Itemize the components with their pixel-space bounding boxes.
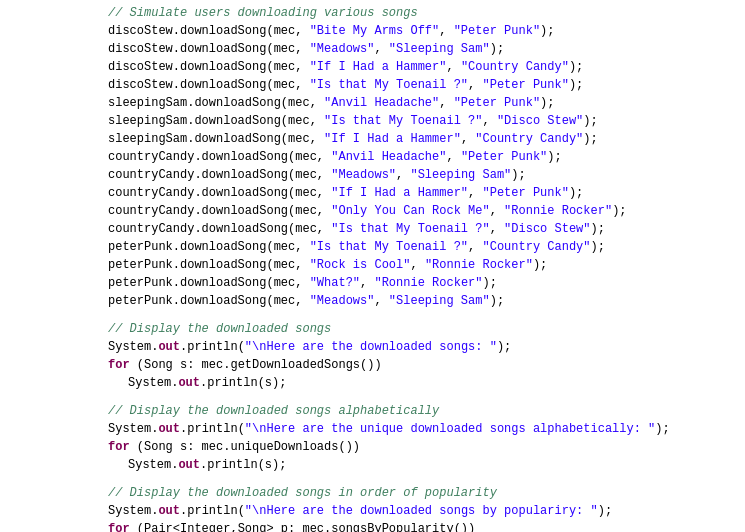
code-line: // Display the downloaded songs in order…: [0, 484, 745, 502]
code-token: discoStew.downloadSong(mec,: [108, 60, 310, 74]
code-token: "If I Had a Hammer": [324, 132, 461, 146]
code-editor: // Simulate users downloading various so…: [0, 0, 745, 532]
code-token: "Sleeping Sam": [389, 294, 490, 308]
code-token: System.: [128, 458, 178, 472]
code-token: "Disco Stew": [504, 222, 590, 236]
code-token: );: [569, 186, 583, 200]
code-line: for (Song s: mec.getDownloadedSongs()): [0, 356, 745, 374]
code-token: "Peter Punk": [482, 186, 568, 200]
code-token: out: [178, 376, 200, 390]
code-token: "Sleeping Sam": [389, 42, 490, 56]
code-token: discoStew.downloadSong(mec,: [108, 24, 310, 38]
code-token: "Anvil Headache": [324, 96, 439, 110]
code-line: discoStew.downloadSong(mec, "Is that My …: [0, 76, 745, 94]
code-line: sleepingSam.downloadSong(mec, "Is that M…: [0, 112, 745, 130]
code-token: System.: [108, 422, 158, 436]
code-token: );: [490, 294, 504, 308]
code-token: );: [612, 204, 626, 218]
code-token: System.: [128, 376, 178, 390]
code-line: sleepingSam.downloadSong(mec, "Anvil Hea…: [0, 94, 745, 112]
comment-text: // Display the downloaded songs alphabet…: [108, 404, 439, 418]
code-token: ,: [439, 24, 453, 38]
code-token: );: [511, 168, 525, 182]
code-token: "What?": [310, 276, 360, 290]
code-token: ,: [396, 168, 410, 182]
code-token: ,: [482, 114, 496, 128]
code-token: peterPunk.downloadSong(mec,: [108, 240, 310, 254]
code-token: .println(: [180, 504, 245, 518]
code-token: );: [547, 150, 561, 164]
code-token: ,: [374, 294, 388, 308]
code-line: peterPunk.downloadSong(mec, "What?", "Ro…: [0, 274, 745, 292]
code-token: ,: [468, 78, 482, 92]
code-token: ,: [468, 240, 482, 254]
code-token: ,: [446, 150, 460, 164]
code-line: countryCandy.downloadSong(mec, "If I Had…: [0, 184, 745, 202]
code-token: ,: [468, 186, 482, 200]
code-token: peterPunk.downloadSong(mec,: [108, 258, 310, 272]
blank-line: [0, 474, 745, 484]
code-token: "Ronnie Rocker": [425, 258, 533, 272]
code-token: .println(s);: [200, 376, 286, 390]
code-token: "\nHere are the downloaded songs: ": [245, 340, 497, 354]
code-token: (Song s: mec.getDownloadedSongs()): [130, 358, 382, 372]
code-token: ,: [461, 132, 475, 146]
code-line: sleepingSam.downloadSong(mec, "If I Had …: [0, 130, 745, 148]
code-line: System.out.println(s);: [0, 374, 745, 392]
code-token: );: [598, 504, 612, 518]
code-line: System.out.println("\nHere are the uniqu…: [0, 420, 745, 438]
blank-line: [0, 310, 745, 320]
code-token: for: [108, 522, 130, 532]
code-token: "Rock is Cool": [310, 258, 411, 272]
code-line: countryCandy.downloadSong(mec, "Anvil He…: [0, 148, 745, 166]
comment-text: // Simulate users downloading various so…: [108, 6, 418, 20]
code-token: );: [569, 60, 583, 74]
code-line: System.out.println(s);: [0, 456, 745, 474]
code-token: peterPunk.downloadSong(mec,: [108, 294, 310, 308]
code-token: "Country Candy": [482, 240, 590, 254]
code-token: ,: [490, 222, 504, 236]
code-token: );: [540, 24, 554, 38]
code-token: ,: [410, 258, 424, 272]
code-token: out: [158, 422, 180, 436]
comment-text: // Display the downloaded songs: [108, 322, 331, 336]
code-token: .println(: [180, 422, 245, 436]
code-token: (Song s: mec.uniqueDownloads()): [130, 440, 360, 454]
code-token: countryCandy.downloadSong(mec,: [108, 204, 331, 218]
code-token: "Is that My Toenail ?": [310, 240, 468, 254]
code-token: .println(: [180, 340, 245, 354]
code-token: countryCandy.downloadSong(mec,: [108, 150, 331, 164]
code-token: ,: [360, 276, 374, 290]
code-token: "If I Had a Hammer": [331, 186, 468, 200]
code-line: for (Song s: mec.uniqueDownloads()): [0, 438, 745, 456]
code-token: out: [178, 458, 200, 472]
code-token: "Meadows": [310, 294, 375, 308]
code-token: peterPunk.downloadSong(mec,: [108, 276, 310, 290]
code-token: "\nHere are the unique downloaded songs …: [245, 422, 655, 436]
code-token: "Peter Punk": [461, 150, 547, 164]
code-token: "Only You Can Rock Me": [331, 204, 489, 218]
code-token: );: [583, 114, 597, 128]
code-token: ,: [490, 204, 504, 218]
code-line: discoStew.downloadSong(mec, "Meadows", "…: [0, 40, 745, 58]
code-token: "Anvil Headache": [331, 150, 446, 164]
code-token: "Ronnie Rocker": [504, 204, 612, 218]
code-token: );: [591, 222, 605, 236]
code-token: "Country Candy": [475, 132, 583, 146]
code-token: ,: [439, 96, 453, 110]
code-token: (Pair<Integer,Song> p: mec.songsByPopula…: [130, 522, 476, 532]
code-token: "Bite My Arms Off": [310, 24, 440, 38]
code-token: "\nHere are the downloaded songs by popu…: [245, 504, 598, 518]
code-token: for: [108, 358, 130, 372]
code-token: "Country Candy": [461, 60, 569, 74]
code-line: countryCandy.downloadSong(mec, "Is that …: [0, 220, 745, 238]
code-token: .println(s);: [200, 458, 286, 472]
code-token: countryCandy.downloadSong(mec,: [108, 186, 331, 200]
code-line: peterPunk.downloadSong(mec, "Is that My …: [0, 238, 745, 256]
code-token: );: [483, 276, 497, 290]
code-token: );: [497, 340, 511, 354]
code-line: // Simulate users downloading various so…: [0, 4, 745, 22]
code-line: peterPunk.downloadSong(mec, "Meadows", "…: [0, 292, 745, 310]
code-token: );: [591, 240, 605, 254]
code-line: discoStew.downloadSong(mec, "If I Had a …: [0, 58, 745, 76]
